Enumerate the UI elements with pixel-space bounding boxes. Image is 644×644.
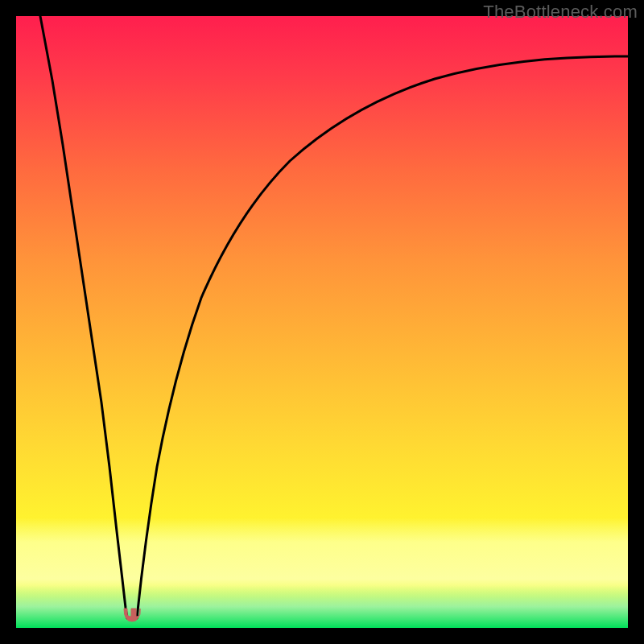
curve-right-branch [137, 56, 628, 618]
curve-left-branch [40, 16, 127, 618]
curve-layer [16, 16, 628, 628]
plot-area [16, 16, 628, 628]
chart-frame: TheBottleneck.com [0, 0, 644, 644]
